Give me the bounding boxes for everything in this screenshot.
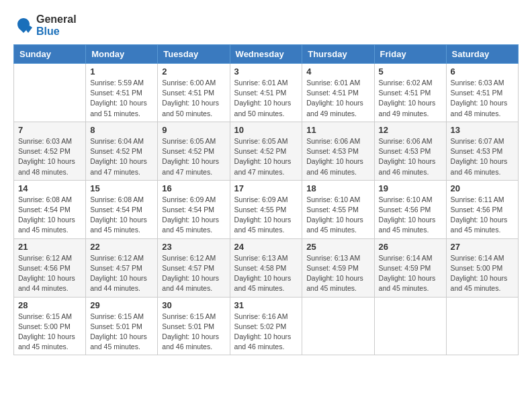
day-number: 2 (162, 66, 225, 77)
calendar-cell: 21Sunrise: 6:12 AMSunset: 4:56 PMDayligh… (14, 238, 86, 297)
day-info: Sunrise: 6:14 AMSunset: 5:00 PMDaylight:… (451, 253, 514, 294)
calendar-cell: 16Sunrise: 6:09 AMSunset: 4:54 PMDayligh… (158, 180, 230, 238)
day-info: Sunrise: 6:12 AMSunset: 4:57 PMDaylight:… (162, 253, 225, 294)
day-number: 7 (18, 125, 81, 135)
calendar-cell: 19Sunrise: 6:10 AMSunset: 4:56 PMDayligh… (374, 180, 446, 238)
day-info: Sunrise: 6:16 AMSunset: 5:02 PMDaylight:… (234, 312, 298, 353)
day-info: Sunrise: 6:00 AMSunset: 4:51 PMDaylight:… (162, 78, 225, 119)
logo-icon (13, 15, 34, 36)
day-number: 29 (90, 300, 153, 310)
day-number: 22 (90, 242, 153, 252)
day-number: 9 (162, 125, 225, 135)
calendar-cell: 17Sunrise: 6:09 AMSunset: 4:55 PMDayligh… (230, 180, 302, 238)
calendar-cell: 9Sunrise: 6:05 AMSunset: 4:52 PMDaylight… (158, 122, 230, 180)
logo-text: General Blue (36, 13, 77, 38)
day-number: 20 (451, 183, 514, 193)
calendar-cell: 29Sunrise: 6:15 AMSunset: 5:01 PMDayligh… (86, 297, 158, 355)
calendar-cell: 14Sunrise: 6:08 AMSunset: 4:54 PMDayligh… (14, 180, 86, 238)
day-number: 25 (306, 242, 369, 252)
day-number: 11 (306, 125, 369, 135)
day-info: Sunrise: 6:09 AMSunset: 4:55 PMDaylight:… (234, 195, 298, 236)
day-number: 10 (234, 125, 298, 135)
calendar-cell: 20Sunrise: 6:11 AMSunset: 4:56 PMDayligh… (446, 180, 518, 238)
day-info: Sunrise: 6:13 AMSunset: 4:59 PMDaylight:… (306, 253, 369, 294)
calendar-cell (446, 297, 518, 355)
weekday-header-tuesday: Tuesday (158, 45, 230, 64)
day-info: Sunrise: 6:07 AMSunset: 4:53 PMDaylight:… (451, 136, 514, 177)
day-info: Sunrise: 6:06 AMSunset: 4:53 PMDaylight:… (306, 136, 369, 177)
day-number: 19 (379, 183, 442, 193)
day-info: Sunrise: 6:03 AMSunset: 4:51 PMDaylight:… (451, 78, 514, 119)
day-number: 27 (451, 242, 514, 252)
calendar-cell: 6Sunrise: 6:03 AMSunset: 4:51 PMDaylight… (446, 64, 518, 122)
day-info: Sunrise: 5:59 AMSunset: 4:51 PMDaylight:… (90, 78, 153, 119)
calendar-cell: 18Sunrise: 6:10 AMSunset: 4:55 PMDayligh… (302, 180, 374, 238)
day-number: 15 (90, 183, 153, 193)
calendar-cell: 13Sunrise: 6:07 AMSunset: 4:53 PMDayligh… (446, 122, 518, 180)
calendar-cell (14, 64, 86, 122)
day-info: Sunrise: 6:05 AMSunset: 4:52 PMDaylight:… (162, 136, 225, 177)
calendar-cell: 31Sunrise: 6:16 AMSunset: 5:02 PMDayligh… (230, 297, 302, 355)
day-info: Sunrise: 6:12 AMSunset: 4:57 PMDaylight:… (90, 253, 153, 294)
page-header: General Blue (13, 13, 519, 38)
day-number: 21 (18, 242, 81, 252)
day-number: 16 (162, 183, 225, 193)
weekday-header-friday: Friday (374, 45, 446, 64)
day-info: Sunrise: 6:12 AMSunset: 4:56 PMDaylight:… (18, 253, 81, 294)
day-info: Sunrise: 6:01 AMSunset: 4:51 PMDaylight:… (306, 78, 369, 119)
day-number: 31 (234, 300, 298, 310)
day-info: Sunrise: 6:09 AMSunset: 4:54 PMDaylight:… (162, 195, 225, 236)
calendar-cell: 1Sunrise: 5:59 AMSunset: 4:51 PMDaylight… (86, 64, 158, 122)
day-info: Sunrise: 6:05 AMSunset: 4:52 PMDaylight:… (234, 136, 298, 177)
calendar-cell: 2Sunrise: 6:00 AMSunset: 4:51 PMDaylight… (158, 64, 230, 122)
calendar-cell: 25Sunrise: 6:13 AMSunset: 4:59 PMDayligh… (302, 238, 374, 297)
day-info: Sunrise: 6:13 AMSunset: 4:58 PMDaylight:… (234, 253, 298, 294)
day-info: Sunrise: 6:08 AMSunset: 4:54 PMDaylight:… (90, 195, 153, 236)
day-number: 1 (90, 66, 153, 77)
calendar-cell (302, 297, 374, 355)
calendar-cell: 15Sunrise: 6:08 AMSunset: 4:54 PMDayligh… (86, 180, 158, 238)
day-number: 13 (451, 125, 514, 135)
weekday-header-thursday: Thursday (302, 45, 374, 64)
day-info: Sunrise: 6:02 AMSunset: 4:51 PMDaylight:… (379, 78, 442, 119)
day-number: 30 (162, 300, 225, 310)
day-number: 28 (18, 300, 81, 310)
calendar-week-row: 28Sunrise: 6:15 AMSunset: 5:00 PMDayligh… (14, 297, 519, 355)
calendar-cell: 30Sunrise: 6:15 AMSunset: 5:01 PMDayligh… (158, 297, 230, 355)
calendar-cell: 8Sunrise: 6:04 AMSunset: 4:52 PMDaylight… (86, 122, 158, 180)
calendar-cell: 4Sunrise: 6:01 AMSunset: 4:51 PMDaylight… (302, 64, 374, 122)
calendar-cell: 12Sunrise: 6:06 AMSunset: 4:53 PMDayligh… (374, 122, 446, 180)
day-number: 17 (234, 183, 298, 193)
day-number: 4 (306, 66, 369, 77)
calendar-cell (374, 297, 446, 355)
weekday-header-row: SundayMondayTuesdayWednesdayThursdayFrid… (14, 45, 519, 64)
day-info: Sunrise: 6:01 AMSunset: 4:51 PMDaylight:… (234, 78, 298, 119)
calendar-cell: 23Sunrise: 6:12 AMSunset: 4:57 PMDayligh… (158, 238, 230, 297)
day-number: 14 (18, 183, 81, 193)
calendar-cell: 27Sunrise: 6:14 AMSunset: 5:00 PMDayligh… (446, 238, 518, 297)
weekday-header-monday: Monday (86, 45, 158, 64)
calendar-cell: 26Sunrise: 6:14 AMSunset: 4:59 PMDayligh… (374, 238, 446, 297)
calendar-week-row: 21Sunrise: 6:12 AMSunset: 4:56 PMDayligh… (14, 238, 519, 297)
day-info: Sunrise: 6:08 AMSunset: 4:54 PMDaylight:… (18, 195, 81, 236)
calendar-cell: 10Sunrise: 6:05 AMSunset: 4:52 PMDayligh… (230, 122, 302, 180)
day-info: Sunrise: 6:03 AMSunset: 4:52 PMDaylight:… (18, 136, 81, 177)
day-number: 6 (451, 66, 514, 77)
day-info: Sunrise: 6:04 AMSunset: 4:52 PMDaylight:… (90, 136, 153, 177)
day-info: Sunrise: 6:11 AMSunset: 4:56 PMDaylight:… (451, 195, 514, 236)
day-info: Sunrise: 6:15 AMSunset: 5:00 PMDaylight:… (18, 312, 81, 353)
day-info: Sunrise: 6:06 AMSunset: 4:53 PMDaylight:… (379, 136, 442, 177)
day-number: 24 (234, 242, 298, 252)
calendar-cell: 5Sunrise: 6:02 AMSunset: 4:51 PMDaylight… (374, 64, 446, 122)
calendar-cell: 24Sunrise: 6:13 AMSunset: 4:58 PMDayligh… (230, 238, 302, 297)
day-number: 23 (162, 242, 225, 252)
weekday-header-sunday: Sunday (14, 45, 86, 64)
calendar-cell: 3Sunrise: 6:01 AMSunset: 4:51 PMDaylight… (230, 64, 302, 122)
day-info: Sunrise: 6:15 AMSunset: 5:01 PMDaylight:… (162, 312, 225, 353)
calendar-cell: 22Sunrise: 6:12 AMSunset: 4:57 PMDayligh… (86, 238, 158, 297)
calendar-cell: 7Sunrise: 6:03 AMSunset: 4:52 PMDaylight… (14, 122, 86, 180)
day-number: 8 (90, 125, 153, 135)
day-info: Sunrise: 6:10 AMSunset: 4:56 PMDaylight:… (379, 195, 442, 236)
day-info: Sunrise: 6:10 AMSunset: 4:55 PMDaylight:… (306, 195, 369, 236)
weekday-header-wednesday: Wednesday (230, 45, 302, 64)
